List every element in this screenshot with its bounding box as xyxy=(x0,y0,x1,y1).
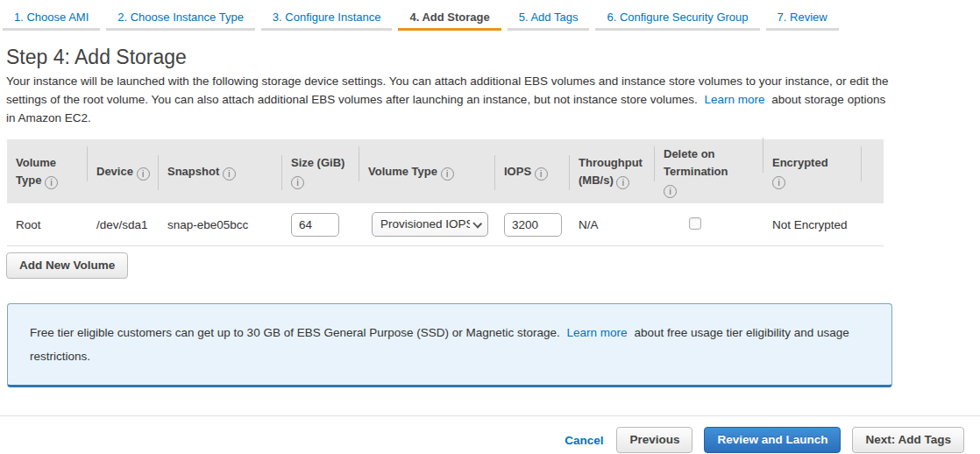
learn-more-link-free-tier[interactable]: Learn more xyxy=(567,326,628,339)
notice-text-before: Free tier eligible customers can get up … xyxy=(30,326,560,339)
tab-choose-ami[interactable]: 1. Choose AMI xyxy=(3,7,100,31)
tab-add-storage[interactable]: 4. Add Storage xyxy=(398,7,501,31)
col-header-delete-on-termination: Delete on Termination xyxy=(655,145,763,198)
next-add-tags-button[interactable]: Next: Add Tags xyxy=(852,427,964,453)
encrypted-cell: Not Encrypted xyxy=(763,218,862,231)
info-icon[interactable] xyxy=(772,176,785,189)
device-cell: /dev/sda1 xyxy=(88,218,159,231)
col-label: Snapshot xyxy=(167,165,219,178)
delete-on-termination-checkbox[interactable] xyxy=(689,217,701,230)
col-label: Volume Type xyxy=(368,165,437,178)
previous-button[interactable]: Previous xyxy=(616,427,692,453)
col-label: IOPS xyxy=(504,165,531,178)
storage-table-header: Volume Type Device Snapshot Size (GiB) V… xyxy=(7,139,884,203)
iops-input[interactable] xyxy=(504,213,562,237)
learn-more-link-storage[interactable]: Learn more xyxy=(705,93,765,106)
col-header-iops: IOPS xyxy=(495,163,570,181)
info-icon[interactable] xyxy=(137,167,150,181)
size-cell xyxy=(282,213,359,237)
col-label: Encrypted xyxy=(772,156,828,169)
col-label: Size (GiB) xyxy=(291,156,344,169)
add-storage-page: 1. Choose AMI 2. Choose Instance Type 3.… xyxy=(0,0,980,454)
col-header-volume-type-select: Volume Type xyxy=(359,163,495,181)
col-header-throughput: Throughput (MB/s) xyxy=(570,154,655,189)
tab-review[interactable]: 7. Review xyxy=(766,7,839,31)
col-header-volume-type: Volume Type xyxy=(7,154,88,189)
col-label: Device xyxy=(96,165,133,178)
col-header-size: Size (GiB) xyxy=(282,154,359,189)
info-icon[interactable] xyxy=(45,176,58,189)
info-icon[interactable] xyxy=(441,167,454,181)
wizard-tabs: 1. Choose AMI 2. Choose Instance Type 3.… xyxy=(0,0,980,31)
delete-on-termination-cell xyxy=(655,217,763,232)
volume-row: Root /dev/sda1 snap-ebe05bcc Provisioned… xyxy=(7,203,884,246)
info-icon[interactable] xyxy=(616,176,629,189)
storage-table: Volume Type Device Snapshot Size (GiB) V… xyxy=(7,139,884,246)
tab-add-tags[interactable]: 5. Add Tags xyxy=(508,7,590,31)
footer-actions: Cancel Previous Review and Launch Next: … xyxy=(0,416,980,453)
size-input[interactable] xyxy=(291,213,339,237)
throughput-cell: N/A xyxy=(570,218,655,231)
col-label: Throughput (MB/s) xyxy=(579,156,643,187)
info-icon[interactable] xyxy=(223,167,236,181)
tab-configure-security-group[interactable]: 6. Configure Security Group xyxy=(595,7,759,31)
add-new-volume-button[interactable]: Add New Volume xyxy=(6,252,128,279)
volume-type-select[interactable]: Provisioned IOPS xyxy=(372,212,488,237)
col-header-snapshot: Snapshot xyxy=(159,163,282,181)
col-label: Delete on Termination xyxy=(664,147,728,178)
volume-type-selected-value: Provisioned IOPS xyxy=(380,213,470,236)
cancel-link[interactable]: Cancel xyxy=(565,434,603,447)
col-header-encrypted: Encrypted xyxy=(763,154,862,189)
info-icon[interactable] xyxy=(664,185,677,198)
free-tier-notice: Free tier eligible customers can get up … xyxy=(7,303,892,387)
page-title: Step 4: Add Storage xyxy=(6,46,980,69)
info-icon[interactable] xyxy=(291,176,304,189)
review-and-launch-button[interactable]: Review and Launch xyxy=(704,427,841,453)
tab-configure-instance[interactable]: 3. Configure Instance xyxy=(261,7,393,31)
volume-type-select-cell: Provisioned IOPS xyxy=(359,212,495,237)
intro-text: Your instance will be launched with the … xyxy=(6,72,891,127)
volume-type-cell: Root xyxy=(7,218,88,231)
iops-cell xyxy=(495,213,570,237)
col-header-device: Device xyxy=(88,163,159,181)
chevron-down-icon xyxy=(472,219,482,229)
tab-choose-instance-type[interactable]: 2. Choose Instance Type xyxy=(106,7,255,31)
snapshot-cell: snap-ebe05bcc xyxy=(159,218,282,231)
info-icon[interactable] xyxy=(535,167,548,181)
